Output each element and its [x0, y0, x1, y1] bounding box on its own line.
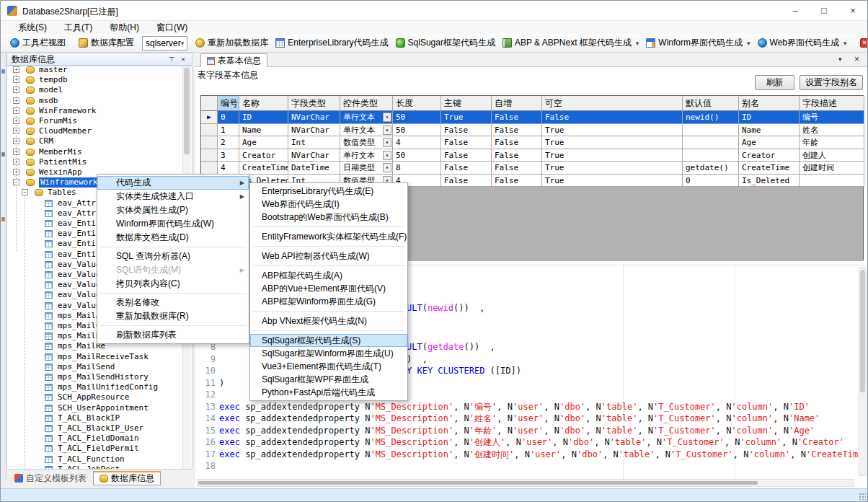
- grid-cell[interactable]: Name: [239, 124, 288, 137]
- expand-icon[interactable]: +: [13, 66, 19, 73]
- context-menu-item[interactable]: 实体类属性生成(P): [97, 203, 249, 217]
- grid-cell[interactable]: Name: [739, 124, 800, 137]
- table-row[interactable]: 4CreateTimeDateTime日期类型▾8FalseFalseTrueg…: [201, 162, 863, 175]
- menu-item[interactable]: 窗口(W): [148, 21, 196, 34]
- grid-cell[interactable]: 姓名: [800, 124, 864, 137]
- sqlsugar-codegen-button[interactable]: SqlSugar框架代码生成: [392, 35, 499, 50]
- grid-cell[interactable]: False: [492, 124, 542, 137]
- grid-cell[interactable]: CreateTime: [239, 162, 288, 175]
- abp-codegen-button[interactable]: ABP & ABPNext 框架代码生成 ▾: [499, 35, 642, 50]
- submenu-item[interactable]: Bootstrap的Web界面代码生成(B): [250, 211, 407, 224]
- tree-item[interactable]: T_ACL_FieldDomain: [7, 433, 182, 444]
- tree-item[interactable]: +msdb: [7, 96, 182, 106]
- tab-database-info[interactable]: 数据库信息: [93, 471, 161, 485]
- grid-cell[interactable]: False: [492, 111, 542, 124]
- entlib-codegen-button[interactable]: EnterpriseLibrary代码生成: [272, 35, 391, 50]
- db-type-combobox[interactable]: sqlserver ▾: [142, 36, 187, 50]
- grid-cell[interactable]: 50: [393, 149, 441, 162]
- grid-cell[interactable]: Creator: [239, 149, 288, 162]
- grid-header-cell[interactable]: 主键: [441, 96, 492, 111]
- collapse-icon[interactable]: −: [13, 179, 19, 185]
- tree-item[interactable]: +ForumMis: [7, 116, 182, 126]
- chevron-down-icon[interactable]: ▾: [843, 40, 847, 47]
- grid-cell[interactable]: 0: [683, 175, 739, 188]
- grid-header-cell[interactable]: 控件类型: [340, 96, 393, 111]
- grid-cell[interactable]: 4: [393, 136, 441, 149]
- expand-icon[interactable]: +: [13, 138, 19, 144]
- table-row[interactable]: ▶0IDNVarChar单行文本▾50TrueFalseFalsenewid()…: [201, 111, 863, 124]
- db-config-button[interactable]: 数据库配置: [75, 35, 138, 50]
- grid-cell[interactable]: Creator: [739, 149, 800, 162]
- grid-cell[interactable]: True: [542, 149, 683, 162]
- pin-icon[interactable]: ⊤: [167, 56, 176, 63]
- refresh-button[interactable]: 刷新: [755, 75, 794, 90]
- tree-item[interactable]: +CloudMember: [7, 126, 182, 136]
- grid-cell[interactable]: False: [441, 136, 492, 149]
- submenu-item[interactable]: Web界面代码生成(I): [250, 198, 407, 211]
- grid-cell[interactable]: Int: [288, 136, 340, 149]
- grid-cell[interactable]: 年龄: [800, 136, 864, 149]
- grid-cell[interactable]: CreateTime: [739, 162, 800, 175]
- cell-dropdown-icon[interactable]: ▾: [383, 138, 391, 147]
- expand-icon[interactable]: +: [13, 149, 19, 155]
- expand-icon[interactable]: +: [13, 128, 19, 134]
- grid-cell[interactable]: NVarChar: [288, 111, 340, 124]
- row-indicator-cell[interactable]: [201, 124, 218, 137]
- grid-cell[interactable]: [683, 149, 739, 162]
- table-row[interactable]: 1NameNVarChar单行文本▾50FalseFalseTrueName姓名: [201, 124, 863, 137]
- grid-cell[interactable]: 3: [218, 149, 239, 162]
- tree-item[interactable]: mps_MailSend: [7, 362, 182, 372]
- context-menu-item[interactable]: 数据库文档生成(D): [97, 231, 249, 245]
- submenu-item[interactable]: SqlSugar框架Winform界面生成(U): [250, 347, 407, 360]
- context-menu-item[interactable]: SQL 查询分析器(A): [97, 250, 249, 263]
- tree-item[interactable]: SCH_UserAppointment: [7, 403, 182, 413]
- context-menu-item[interactable]: 代码生成▶: [97, 176, 249, 190]
- expand-icon[interactable]: +: [13, 169, 19, 175]
- grid-cell[interactable]: Age: [739, 136, 800, 149]
- tree-item[interactable]: +PatientMis: [7, 157, 182, 167]
- expand-icon[interactable]: +: [13, 159, 19, 165]
- menu-item[interactable]: 帮助(H): [101, 21, 148, 34]
- grid-cell[interactable]: 数值类型▾: [340, 136, 393, 149]
- tab-close-icon[interactable]: ×: [854, 54, 859, 64]
- tree-item[interactable]: mps_MailUnifiedConfig: [7, 382, 182, 392]
- grid-cell[interactable]: [683, 136, 739, 149]
- web-codegen-button[interactable]: Web界面代码生成 ▾: [754, 35, 851, 50]
- submenu-item[interactable]: Web API控制器代码生成(W): [250, 250, 407, 263]
- tab-table-basic-info[interactable]: 表基本信息: [200, 53, 267, 67]
- grid-header-cell[interactable]: 自增: [492, 96, 542, 111]
- collapse-icon[interactable]: −: [22, 189, 28, 195]
- grid-header-cell[interactable]: 名称: [239, 96, 288, 111]
- tab-custom-templates[interactable]: 自定义模板列表: [8, 471, 93, 485]
- grid-cell[interactable]: False: [441, 162, 492, 175]
- grid-cell[interactable]: True: [542, 124, 683, 137]
- grid-cell[interactable]: DateTime: [288, 162, 340, 175]
- row-indicator-cell[interactable]: [201, 149, 218, 162]
- tree-scrollbar-thumb[interactable]: [184, 68, 190, 154]
- grid-cell[interactable]: Is_Deleted: [739, 175, 800, 188]
- grid-cell[interactable]: 创建人: [800, 149, 864, 162]
- context-menu-item[interactable]: Winform界面代码生成(W): [97, 217, 249, 231]
- grid-cell[interactable]: False: [542, 111, 683, 124]
- context-menu-item[interactable]: 刷新数据库列表: [97, 328, 249, 342]
- close-button[interactable]: ×: [838, 1, 867, 21]
- cell-dropdown-icon[interactable]: ▾: [383, 163, 391, 172]
- grid-cell[interactable]: [683, 124, 739, 137]
- tree-item[interactable]: SCH_AppResource: [7, 392, 182, 402]
- table-row[interactable]: 2AgeInt数值类型▾4FalseFalseTrueAge年龄: [201, 136, 863, 149]
- grid-cell[interactable]: 50: [393, 111, 441, 124]
- submenu-item[interactable]: ABP框架Winform界面生成(G): [250, 295, 407, 308]
- grid-cell[interactable]: 2: [218, 136, 239, 149]
- set-field-alias-button[interactable]: 设置字段别名: [800, 75, 863, 90]
- winform-codegen-button[interactable]: Winform界面代码生成 ▾: [642, 35, 753, 50]
- grid-cell[interactable]: True: [542, 175, 683, 188]
- reload-db-button[interactable]: 重新加载数据库: [192, 35, 272, 50]
- grid-header-cell[interactable]: 字段类型: [288, 96, 340, 111]
- menu-item[interactable]: 工具(T): [56, 21, 101, 34]
- grid-cell[interactable]: NVarChar: [288, 149, 340, 162]
- grid-cell[interactable]: newid(): [683, 111, 739, 124]
- grid-cell[interactable]: True: [542, 162, 683, 175]
- tree-item[interactable]: T_ACL_Function: [7, 454, 182, 464]
- tree-item[interactable]: mps_MailSendHistory: [7, 372, 182, 382]
- grid-cell[interactable]: ID: [239, 111, 288, 124]
